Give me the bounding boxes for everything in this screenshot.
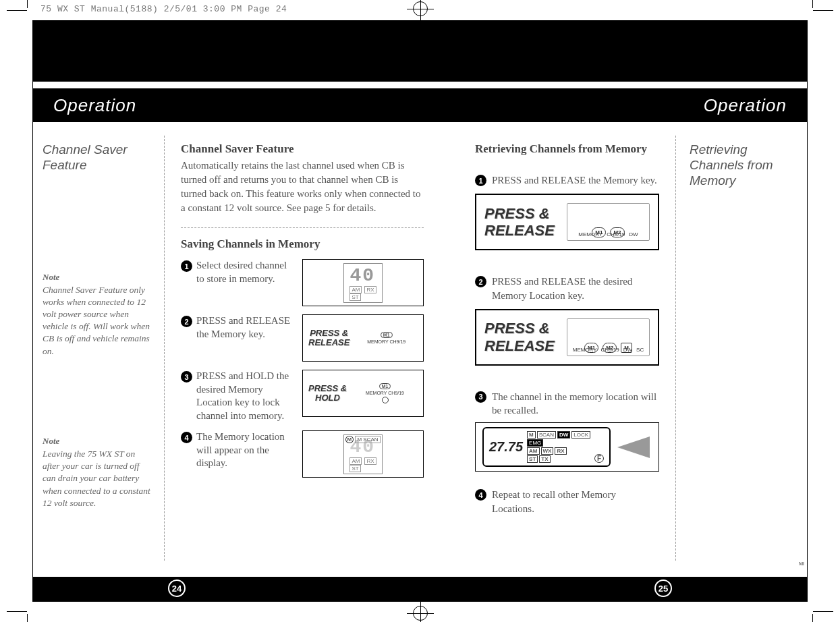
step-row: 2 PRESS and RELEASE the desired Memory L… [475, 275, 659, 302]
device-illustration: PRESS & HOLD M1 MEMORY CH9/19 [302, 370, 424, 417]
step-row: 1 PRESS and RELEASE the Memory key. [475, 173, 659, 187]
note-label: Note [43, 436, 150, 447]
right-sidebar-title: Retrieving Channels from Memory [690, 142, 797, 188]
step-number-icon: 3 [181, 371, 192, 383]
scan-tag: M SCAN [355, 436, 380, 443]
crop-mark [812, 614, 813, 622]
step-text: Repeat to recall other Memory Locations. [492, 488, 659, 515]
device-illustration: PRESS & RELEASE M1 M2 MEMORY CH9/19 DW [475, 194, 659, 250]
bottom-black-band [33, 577, 807, 601]
lcd-illustration: 40 AM RX ST [302, 259, 424, 306]
step-number-icon: 1 [475, 175, 486, 186]
section-body: Automatically retains the last channel u… [181, 159, 424, 215]
press-hold-label: PRESS & HOLD [306, 384, 349, 403]
step-row: 2 PRESS and RELEASE the Memory key. PRES… [181, 314, 424, 362]
step-text: Select desired channel to store in memor… [196, 259, 296, 285]
step-row: 3 The channel in the memory location wil… [475, 390, 659, 418]
print-header-info: 75 WX ST Manual(5188) 2/5/01 3:00 PM Pag… [40, 4, 287, 14]
title-band: Operation Operation [33, 88, 807, 122]
knob-icon [382, 397, 389, 403]
note-body: Leaving the 75 WX ST on after your car i… [43, 448, 150, 509]
crop-mark [812, 0, 813, 8]
step-text: PRESS and RELEASE the Memory key. [196, 314, 296, 341]
arrow-left-icon [617, 436, 650, 458]
note-label: Note [43, 272, 150, 283]
step-number-icon: 1 [181, 260, 192, 272]
column-divider [164, 136, 165, 561]
step-row: 4 The Memory location will appear on the… [181, 430, 424, 478]
lcd-frequency: 27.75 [489, 439, 523, 455]
section-divider [181, 227, 424, 228]
page-number-left: 24 [168, 579, 186, 597]
step-text: The Memory location will appear on the d… [196, 430, 296, 470]
step-number-icon: 4 [475, 489, 486, 501]
crop-mark [813, 611, 833, 612]
section-title: Channel Saver Feature [181, 142, 424, 156]
page-title-right: Operation [704, 95, 787, 116]
step-text: PRESS and RELEASE the Memory key. [492, 173, 659, 187]
section-title: Saving Channels in Memory [181, 237, 424, 251]
step-row: 1 Select desired channel to store in mem… [181, 259, 424, 306]
crop-mark [813, 10, 833, 11]
step-number-icon: 2 [181, 316, 192, 327]
section-title: Retrieving Channels from Memory [475, 142, 659, 156]
left-sidebar-title: Channel Saver Feature [43, 142, 150, 173]
crop-mark [27, 0, 28, 8]
press-release-label: PRESS & RELEASE [306, 329, 352, 348]
page-number-right: 25 [654, 579, 672, 597]
crop-mark [27, 614, 28, 622]
lcd-recall-illustration: 27.75 M SCAN DW LOCK EMG AM [475, 422, 659, 472]
left-sidebar: Channel Saver Feature Note Channel Saver… [33, 136, 160, 567]
lcd-channel-number: 40 [349, 265, 376, 286]
crop-mark [7, 611, 27, 612]
step-row: 3 PRESS and HOLD the desired Memory Loca… [181, 370, 424, 422]
step-number-icon: 3 [475, 391, 486, 403]
right-main-column: Retrieving Channels from Memory 1 PRESS … [463, 136, 671, 567]
note-body: Channel Saver Feature only works when co… [43, 284, 150, 358]
crop-mark [7, 10, 27, 11]
device-illustration: PRESS & RELEASE M1 MEMORY CH9/19 [302, 314, 424, 362]
lcd-illustration: M M SCAN 40 AM RX ST [302, 430, 424, 478]
step-text: The channel in the memory location will … [492, 390, 659, 418]
device-illustration: PRESS & RELEASE M1 M2 M MEMORY CH9/19 DW… [475, 309, 659, 366]
step-row: 4 Repeat to recall other Memory Location… [475, 488, 659, 515]
step-number-icon: 2 [475, 276, 486, 287]
step-text: PRESS and HOLD the desired Memory Locati… [196, 370, 296, 422]
page-title-left: Operation [53, 95, 136, 116]
step-number-icon: 4 [181, 432, 192, 443]
page-spread: Operation Operation Channel Saver Featur… [32, 20, 808, 602]
step-text: PRESS and RELEASE the desired Memory Loc… [492, 275, 659, 302]
top-black-band [33, 21, 807, 82]
